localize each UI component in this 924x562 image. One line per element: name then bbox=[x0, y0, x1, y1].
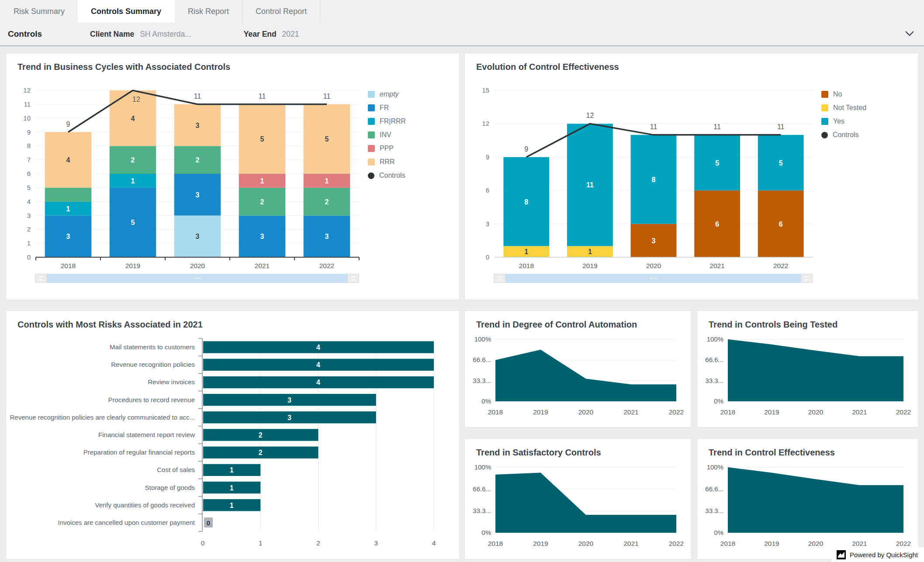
area-series[interactable] bbox=[728, 339, 903, 401]
chart-text: 2019 bbox=[533, 540, 548, 547]
chart-text: 6 bbox=[779, 221, 783, 228]
chart-text: 2022 bbox=[773, 262, 788, 269]
chart-text: 3 bbox=[260, 233, 264, 240]
chart-text: 1 bbox=[325, 177, 329, 185]
filter-bar: Controls Client Name SH Amsterda... Year… bbox=[0, 23, 924, 46]
chart-text: 0 bbox=[27, 253, 31, 261]
chart-text: 15 bbox=[482, 86, 489, 94]
area-chart-svg: 0%33.3...66.6...100%20182019202020212022 bbox=[702, 460, 910, 549]
legend-item-fr[interactable]: FR bbox=[368, 104, 451, 112]
area-series[interactable] bbox=[495, 350, 676, 401]
client-name-label: Client Name bbox=[90, 30, 134, 38]
chart-text: 2020 bbox=[646, 262, 661, 269]
legend-label: Controls bbox=[833, 131, 859, 139]
chart-text: 2022 bbox=[896, 540, 911, 547]
chart-text: 100% bbox=[474, 463, 491, 471]
chart-text: 4 bbox=[131, 115, 135, 122]
chart-text: 4 bbox=[316, 361, 320, 369]
chart-text: 2 bbox=[131, 156, 135, 164]
legend-label: FR bbox=[380, 104, 389, 112]
legend-item-not-tested[interactable]: Not Tested bbox=[821, 104, 904, 112]
chart-text: 6 bbox=[27, 170, 31, 177]
chart-text: 2018 bbox=[519, 262, 534, 269]
area-chart-svg: 0%33.3...66.6...100%20182019202020212022 bbox=[469, 332, 683, 418]
chart-text: 4 bbox=[432, 539, 436, 547]
chart-text: 2 bbox=[259, 431, 263, 439]
scrollbar-track[interactable] bbox=[47, 274, 347, 283]
legend-item-no[interactable]: No bbox=[821, 90, 904, 98]
legend-item-ppp[interactable]: PPP bbox=[368, 145, 451, 152]
chart-text: 11 bbox=[323, 93, 331, 100]
tab-risk-summary[interactable]: Risk Summary bbox=[0, 0, 78, 23]
chart-scrollbar[interactable] bbox=[494, 274, 813, 283]
chart-text: Preparation of regular financial reports bbox=[83, 448, 195, 456]
chart-text: 3 bbox=[196, 122, 200, 129]
legend-item-rrr[interactable]: RRR bbox=[368, 158, 451, 166]
chart-text: Revenue recognition policies are clearly… bbox=[10, 414, 195, 421]
chart-text: 3 bbox=[66, 233, 70, 240]
chart-text: 8 bbox=[27, 142, 31, 149]
scrollbar-right-handle[interactable] bbox=[801, 274, 813, 283]
scrollbar-left-handle[interactable] bbox=[35, 274, 47, 283]
legend-item-controls[interactable]: Controls bbox=[368, 172, 451, 179]
legend-swatch-icon bbox=[821, 91, 828, 98]
chart-control-effectiveness-trend: 0%33.3...66.6...100%20182019202020212022 bbox=[702, 460, 910, 549]
chart-text: 5 bbox=[131, 219, 135, 226]
chart-text: 3 bbox=[287, 397, 291, 404]
client-name-filter[interactable]: Client Name SH Amsterda... bbox=[90, 30, 191, 39]
chart-text: 0 bbox=[207, 519, 210, 527]
chart-text: 100% bbox=[707, 463, 723, 471]
chart-text: 2018 bbox=[488, 540, 503, 547]
legend-item-inv[interactable]: INV bbox=[368, 131, 451, 139]
chart-text: 4 bbox=[316, 379, 320, 386]
legend-label: PPP bbox=[380, 145, 394, 152]
legend-item-yes[interactable]: Yes bbox=[821, 117, 904, 125]
chart-text: 33.3... bbox=[705, 507, 723, 514]
chart-control-automation: 0%33.3...66.6...100%20182019202020212022 bbox=[469, 332, 683, 418]
panel-most-risks: Controls with Most Risks Associated in 2… bbox=[6, 310, 460, 559]
chart-text: 1 bbox=[131, 177, 135, 185]
scrollbar-right-handle[interactable] bbox=[347, 274, 359, 283]
legend-label: INV bbox=[380, 131, 391, 139]
legend-item-controls[interactable]: Controls bbox=[821, 131, 904, 139]
chart-text: 11 bbox=[194, 93, 201, 100]
chart-text: 11 bbox=[650, 123, 658, 131]
area-series[interactable] bbox=[728, 467, 903, 533]
tab-risk-report[interactable]: Risk Report bbox=[175, 0, 242, 23]
chart-text: 3 bbox=[196, 191, 200, 199]
tab-controls-summary[interactable]: Controls Summary bbox=[78, 0, 175, 23]
chart-text: 1 bbox=[66, 205, 70, 213]
chart-text: 2019 bbox=[582, 262, 597, 269]
chart-most-risks: 01234Mail statements to customers4Revenu… bbox=[10, 332, 450, 551]
chart-text: 2 bbox=[316, 539, 320, 547]
chart-text: 100% bbox=[474, 335, 491, 343]
chart-text: 3 bbox=[652, 237, 656, 245]
tab-control-report[interactable]: Control Report bbox=[242, 0, 320, 23]
chart-text: 9 bbox=[486, 153, 489, 161]
horizontal-bar-chart-svg: 01234Mail statements to customers4Revenu… bbox=[10, 332, 450, 551]
scrollbar-dots-icon bbox=[197, 278, 198, 279]
bar-segment-inv-2018[interactable] bbox=[45, 188, 92, 202]
chart-title: Evolution of Control Effectiveness bbox=[476, 62, 918, 72]
area-series[interactable] bbox=[495, 472, 676, 533]
chart-text: 2021 bbox=[852, 408, 867, 416]
scrollbar-left-handle[interactable] bbox=[494, 274, 505, 283]
chart-text: 6 bbox=[486, 186, 489, 194]
year-end-filter[interactable]: Year End 2021 bbox=[244, 30, 299, 39]
legend-item-fr-rrr[interactable]: FR|RRR bbox=[368, 117, 451, 125]
chart-text: 5 bbox=[779, 159, 783, 167]
year-end-label: Year End bbox=[244, 30, 277, 38]
chevron-down-icon[interactable] bbox=[905, 31, 914, 37]
chart-text: 3 bbox=[374, 539, 378, 547]
chart-text: 0% bbox=[481, 397, 491, 405]
chart-text: 2022 bbox=[319, 262, 334, 269]
chart-scrollbar[interactable] bbox=[35, 274, 359, 283]
legend-swatch-icon bbox=[368, 145, 375, 152]
chart-title: Trend in Control Effectiveness bbox=[709, 448, 918, 458]
scrollbar-track[interactable] bbox=[505, 274, 801, 283]
legend-item-empty[interactable]: empty bbox=[368, 90, 451, 98]
chart-text: 2021 bbox=[623, 540, 638, 547]
panel-satisfactory-controls: Trend in Satisfactory Controls 0%33.3...… bbox=[464, 438, 692, 559]
chart-text: 0 bbox=[201, 539, 205, 547]
chart-text: 100% bbox=[707, 335, 723, 343]
